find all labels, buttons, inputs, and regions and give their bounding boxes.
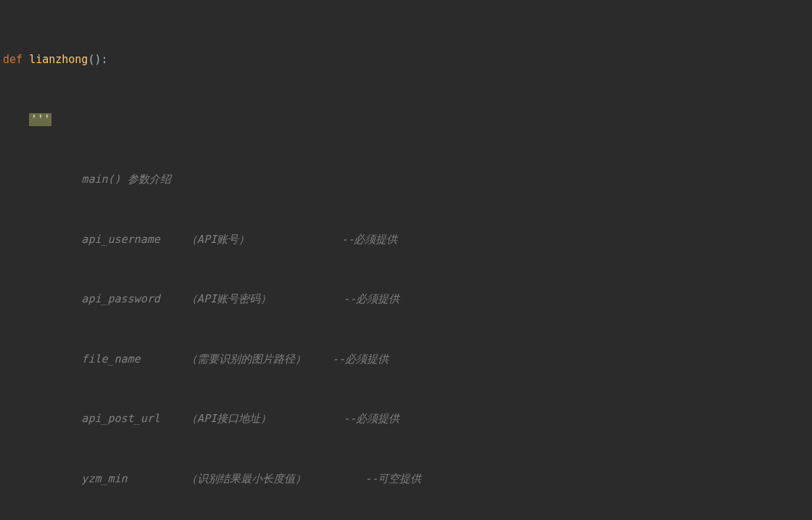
- keyword-def: def: [3, 53, 22, 66]
- code-line: ''': [0, 110, 812, 131]
- docstring-text: api_password （API账号密码） --必须提供: [29, 292, 399, 305]
- docstring-text: file_name （需要识别的图片路径） --必须提供: [29, 352, 389, 366]
- docstring-text: main() 参数介绍: [29, 173, 170, 186]
- code-line: api_post_url （API接口地址） --必须提供: [0, 409, 812, 429]
- docstring-open: ''': [29, 113, 51, 126]
- colon: :: [101, 53, 107, 66]
- docstring-text: api_post_url （API接口地址） --必须提供: [29, 412, 399, 425]
- code-line: api_password （API账号密码） --必须提供: [0, 289, 812, 310]
- code-line: api_username （API账号） --必须提供: [0, 230, 812, 250]
- code-line: yzm_min （识别结果最小长度值） --可空提供: [0, 469, 812, 490]
- code-line: main() 参数介绍: [0, 170, 812, 190]
- parens: (): [88, 53, 101, 66]
- function-name: lianzhong: [29, 53, 88, 66]
- docstring-text: api_username （API账号） --必须提供: [29, 233, 397, 246]
- code-line: def lianzhong():: [0, 50, 812, 70]
- docstring-text: yzm_min （识别结果最小长度值） --可空提供: [29, 472, 421, 485]
- code-editor[interactable]: def lianzhong(): ''' main() 参数介绍 api_use…: [0, 0, 812, 520]
- code-line: file_name （需要识别的图片路径） --必须提供: [0, 350, 812, 370]
